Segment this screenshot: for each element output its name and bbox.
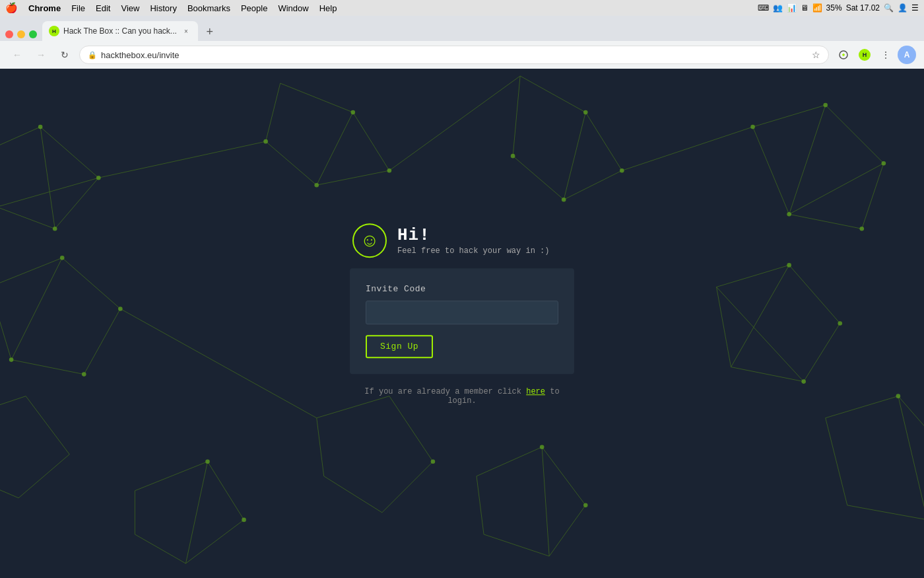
greeting-sub: Feel free to hack your way in :)	[397, 246, 549, 256]
greeting-hi: Hi!	[397, 225, 549, 245]
menubar-history[interactable]: History	[150, 3, 176, 13]
app-icon: 📊	[787, 3, 797, 13]
svg-point-81	[9, 357, 14, 362]
svg-point-104	[540, 445, 544, 449]
battery-label: 35%	[826, 3, 842, 13]
invite-code-label: Invite Code	[366, 284, 558, 294]
active-tab[interactable]: H Hack The Box :: Can you hack... ×	[42, 21, 198, 41]
control-center-icon[interactable]: ☰	[911, 3, 919, 13]
chrome-menu-btn[interactable]: ⋮	[876, 46, 895, 64]
menubar-status-area: ⌨ 👥 📊 🖥 📶 35% Sat 17.02 🔍 👤 ☰	[758, 3, 919, 13]
svg-point-80	[82, 372, 86, 377]
nav-bar: ← → ↻ 🔒 hackthebox.eu/invite ☆ H ⋮ A	[0, 41, 924, 69]
svg-point-92	[859, 227, 864, 231]
apple-menu[interactable]: 🍎	[5, 2, 18, 14]
login-text: If you are already a member click here t…	[350, 387, 574, 406]
menubar-window[interactable]: Window	[278, 3, 308, 13]
maximize-window-btn[interactable]	[29, 30, 37, 38]
svg-point-89	[511, 154, 515, 159]
svg-point-87	[620, 168, 624, 173]
smiley-icon: ☺	[352, 223, 387, 258]
web-content: ☺ Hi! Feel free to hack your way in :) I…	[0, 69, 924, 578]
invite-form-wrapper: ☺ Hi! Feel free to hack your way in :) I…	[350, 223, 574, 406]
svg-point-82	[350, 110, 355, 115]
back-button[interactable]: ←	[8, 46, 26, 64]
menubar-help[interactable]: Help	[319, 3, 337, 13]
signup-button[interactable]: Sign Up	[366, 335, 433, 358]
menubar-bookmarks[interactable]: Bookmarks	[187, 3, 230, 13]
chrome-profile-btn[interactable]: A	[898, 46, 916, 64]
svg-point-98	[896, 394, 901, 398]
search-icon[interactable]: 🔍	[884, 3, 894, 13]
svg-point-103	[431, 459, 436, 464]
tab-bar: H Hack The Box :: Can you hack... × +	[0, 16, 924, 41]
menubar-people[interactable]: People	[241, 3, 267, 13]
svg-point-101	[205, 459, 210, 464]
htb-extension-btn[interactable]: H	[855, 46, 874, 64]
login-here-link[interactable]: here	[526, 387, 545, 396]
nav-right-buttons: H ⋮ A	[834, 46, 916, 64]
svg-point-79	[118, 307, 123, 311]
svg-point-102	[242, 518, 246, 523]
wifi-icon: 📶	[812, 3, 822, 13]
menubar-edit[interactable]: Edit	[96, 3, 110, 13]
keyboard-icon: ⌨	[758, 3, 769, 13]
user-avatar[interactable]: 👤	[898, 3, 908, 13]
users-icon: 👥	[773, 3, 783, 13]
svg-point-95	[838, 321, 842, 326]
svg-point-75	[53, 227, 57, 231]
address-text[interactable]: hackthebox.eu/invite	[101, 50, 808, 60]
greeting-section: ☺ Hi! Feel free to hack your way in :)	[350, 223, 574, 258]
menubar-file[interactable]: File	[71, 3, 85, 13]
bookmark-star-icon[interactable]: ☆	[812, 50, 820, 60]
close-window-btn[interactable]	[5, 30, 13, 38]
invite-code-input[interactable]	[366, 301, 558, 324]
svg-point-83	[387, 168, 392, 173]
forward-button[interactable]: →	[32, 46, 50, 64]
tab-close-btn[interactable]: ×	[181, 26, 191, 36]
menubar: 🍎 Chrome File Edit View History Bookmark…	[0, 0, 924, 16]
tab-title: Hack The Box :: Can you hack...	[63, 26, 177, 36]
svg-point-94	[750, 125, 755, 129]
clock: Sat 17.02	[846, 3, 880, 13]
svg-point-96	[801, 379, 806, 384]
menubar-chrome[interactable]: Chrome	[28, 3, 61, 13]
new-tab-button[interactable]: +	[201, 22, 219, 41]
menubar-view[interactable]: View	[121, 3, 139, 13]
svg-point-93	[787, 212, 791, 217]
lock-icon: 🔒	[88, 51, 97, 59]
svg-point-78	[60, 256, 65, 260]
screen-icon: 🖥	[801, 3, 808, 13]
svg-point-74	[96, 176, 101, 180]
invite-card: Invite Code Sign Up	[350, 268, 574, 374]
svg-point-91	[882, 161, 886, 166]
address-bar[interactable]: 🔒 hackthebox.eu/invite ☆	[79, 46, 829, 64]
svg-point-73	[38, 125, 43, 129]
svg-point-86	[583, 110, 588, 115]
svg-point-85	[263, 139, 268, 144]
svg-point-88	[562, 198, 566, 202]
svg-point-105	[583, 503, 588, 508]
chrome-window: H Hack The Box :: Can you hack... × + ← …	[0, 16, 924, 578]
extensions-btn[interactable]	[834, 46, 853, 64]
svg-point-97	[787, 263, 791, 268]
greeting-text: Hi! Feel free to hack your way in :)	[397, 225, 549, 256]
reload-button[interactable]: ↻	[55, 46, 74, 64]
svg-point-90	[823, 103, 828, 108]
tab-favicon: H	[49, 26, 59, 36]
login-text-before: If you are already a member click	[364, 387, 526, 396]
svg-point-84	[314, 183, 319, 188]
minimize-window-btn[interactable]	[17, 30, 25, 38]
